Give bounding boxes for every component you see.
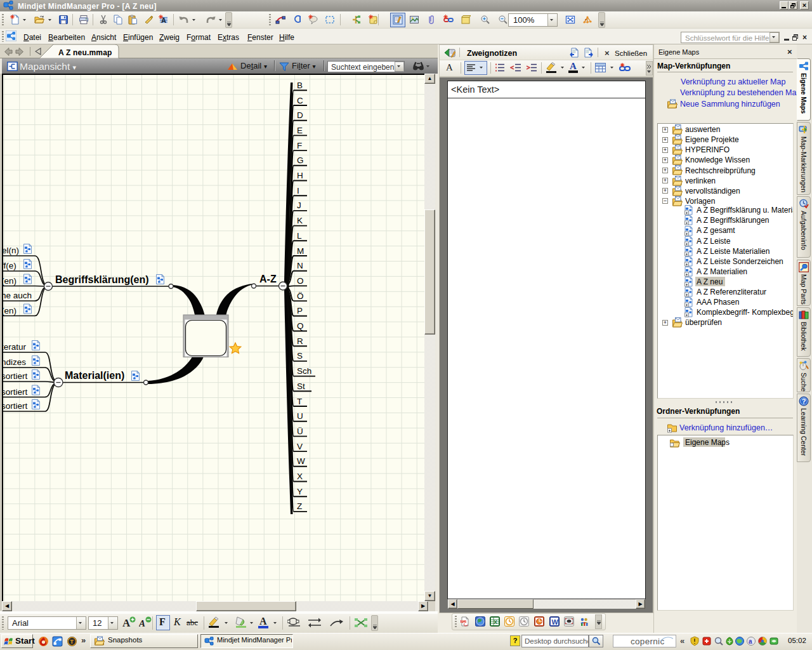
svg-text:A: A: [122, 617, 131, 629]
svg-text:J: J: [297, 201, 301, 210]
svg-text:H: H: [297, 171, 303, 180]
svg-text:P: P: [297, 306, 303, 315]
svg-text:X: X: [297, 472, 303, 481]
svg-text:Ü: Ü: [297, 427, 303, 436]
svg-text:T: T: [70, 638, 74, 645]
svg-text:St: St: [297, 381, 305, 391]
svg-text:he auch: he auch: [3, 291, 32, 300]
svg-text:sortiert: sortiert: [3, 401, 28, 411]
svg-text:M: M: [297, 246, 304, 256]
svg-text:R: R: [297, 336, 303, 346]
svg-text:V: V: [297, 442, 303, 451]
svg-text:Begriffsklärung(en): Begriffsklärung(en): [55, 274, 149, 285]
svg-text:a: a: [749, 638, 752, 645]
svg-text:C: C: [297, 96, 303, 105]
svg-text:A: A: [139, 618, 145, 628]
svg-text:U: U: [297, 411, 303, 421]
svg-text:W: W: [552, 618, 559, 626]
svg-text:T: T: [297, 397, 302, 406]
svg-text:sortiert: sortiert: [3, 371, 28, 381]
svg-text:(en): (en): [3, 306, 16, 315]
svg-text:Y: Y: [297, 487, 303, 496]
svg-text:Sch: Sch: [297, 366, 311, 376]
svg-text:(en): (en): [3, 276, 16, 286]
svg-text:F: F: [297, 141, 302, 150]
svg-text:sortiert: sortiert: [3, 387, 28, 397]
svg-text:X: X: [494, 619, 497, 625]
svg-text:Ö: Ö: [297, 291, 304, 301]
svg-text:Q: Q: [297, 321, 304, 331]
svg-text:W: W: [297, 456, 305, 466]
svg-text:PDF: PDF: [461, 620, 467, 623]
svg-text:S: S: [297, 351, 303, 361]
svg-text:Material(ien): Material(ien): [65, 370, 124, 381]
svg-text:Z: Z: [297, 501, 302, 511]
svg-text:O: O: [297, 276, 304, 286]
svg-text:B: B: [297, 81, 303, 90]
svg-text:A-Z: A-Z: [259, 274, 277, 284]
svg-text:D: D: [297, 110, 303, 120]
svg-text:E: E: [297, 126, 303, 135]
svg-text:ff(e): ff(e): [3, 261, 16, 270]
svg-text:L: L: [297, 231, 302, 241]
svg-text:N: N: [297, 261, 303, 270]
svg-text:teratur: teratur: [3, 342, 27, 352]
svg-text:?: ?: [802, 397, 806, 405]
svg-text:G: G: [297, 156, 304, 165]
svg-text:el(n): el(n): [3, 246, 19, 255]
svg-text:ndizes: ndizes: [3, 357, 26, 367]
svg-text:I: I: [297, 186, 299, 196]
svg-text:K: K: [297, 216, 303, 225]
